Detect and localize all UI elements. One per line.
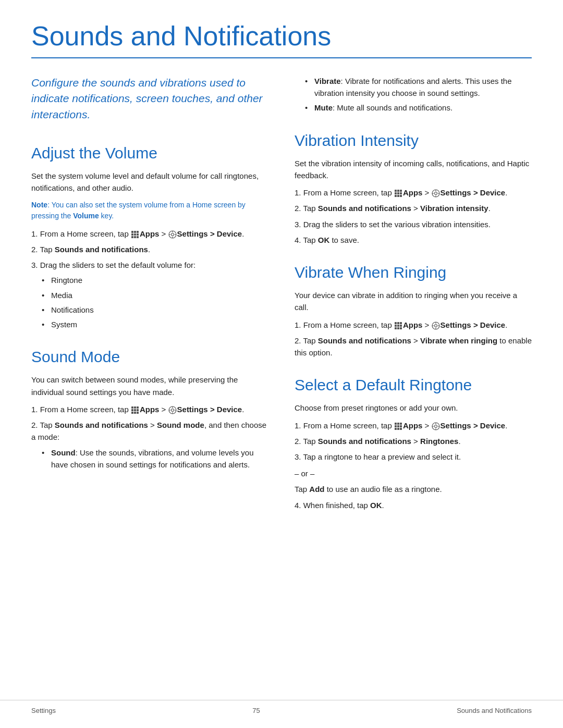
settings-bold-2: Settings [177,405,208,414]
ok-bold: OK [318,236,330,244]
svg-rect-23 [137,412,139,414]
settings-bold: Settings [177,229,208,238]
note-end: key. [99,212,114,220]
vibration-intensity-steps: From a Home screen, tap Apps > Settings … [295,187,532,246]
step-item: Tap Sounds and notifications. [31,243,268,255]
step-item: Tap Sounds and notifications > Sound mod… [31,419,268,471]
svg-rect-19 [134,409,136,411]
device-bold-3: > Device [471,188,505,197]
vibrate-ringing-steps: From a Home screen, tap Apps > Settings … [295,319,532,359]
apps-bold-5: Apps [403,421,423,430]
bullet-ringtone: Ringtone [42,274,268,286]
svg-rect-66 [395,428,397,430]
svg-rect-52 [397,327,399,329]
svg-rect-4 [134,233,136,236]
left-column: Configure the sounds and vibrations used… [31,75,268,517]
svg-rect-38 [400,195,402,197]
sounds-notif-bold-5: Sounds and notifications [318,437,411,446]
apps-bold: Apps [140,229,160,238]
settings-icon-5 [432,422,440,430]
apps-bold-4: Apps [403,320,423,329]
settings-bold-5: Settings [440,421,471,430]
device-bold-2: > Device [208,405,242,414]
svg-rect-15 [131,406,133,409]
vibration-intensity-title: Vibration Intensity [295,129,532,152]
apps-icon [131,230,139,238]
bullet-system: System [42,318,268,330]
svg-rect-16 [134,406,136,409]
svg-rect-7 [134,236,136,238]
volume-bullets: Ringtone Media Notifications System [31,274,268,330]
device-bold-4: > Device [471,320,505,329]
footer-left: Settings [31,706,56,716]
svg-rect-22 [134,412,136,414]
bullet-media: Media [42,289,268,301]
bullet-mute-top: Mute: Mute all sounds and notifications. [305,102,532,114]
svg-rect-62 [400,423,402,425]
step-item: From a Home screen, tap Apps > Settings … [295,187,532,199]
ok-bold-2: OK [370,501,382,510]
two-column-layout: Configure the sounds and vibrations used… [31,75,532,517]
adjust-volume-body: Set the system volume level and default … [31,170,268,194]
svg-rect-0 [131,231,133,233]
step-item: Tap Sounds and notifications > Vibrate w… [295,335,532,359]
page-container: Sounds and Notifications Configure the s… [0,0,563,558]
step-item: From a Home screen, tap Apps > Settings … [295,419,532,431]
sound-mode-bold: Sound mode [157,421,204,429]
select-ringtone-body: Choose from preset ringtones or add your… [295,402,532,414]
step-item: Drag the sliders to set the various vibr… [295,218,532,230]
svg-rect-2 [137,231,139,233]
step-item: Tap a ringtone to hear a preview and sel… [295,451,532,463]
settings-icon [168,230,177,238]
svg-rect-8 [137,236,139,238]
device-bold: > Device [208,229,242,238]
svg-rect-49 [397,325,399,327]
svg-rect-45 [395,322,397,324]
svg-rect-50 [400,325,402,327]
step-item: From a Home screen, tap Apps > Settings … [31,403,268,415]
right-column: Vibrate: Vibrate for notifications and a… [295,75,532,517]
apps-bold-3: Apps [403,188,423,197]
svg-rect-32 [400,190,402,192]
page-footer: Settings 75 Sounds and Notifications [0,700,563,716]
svg-rect-64 [397,425,399,427]
svg-rect-17 [137,406,139,409]
ringtones-bold: Ringtones [420,437,458,446]
mute-bold: Mute [314,103,333,112]
svg-rect-21 [131,412,133,414]
settings-icon-3 [432,189,440,197]
vibration-intensity-body: Set the vibration intensity of incoming … [295,157,532,182]
svg-point-25 [171,409,174,411]
sounds-notif-bold-4: Sounds and notifications [318,336,411,345]
step-item: Drag the sliders to set the default volu… [31,259,268,330]
svg-point-10 [171,233,174,236]
svg-rect-68 [400,428,402,430]
svg-rect-1 [134,231,136,233]
sound-mode-title: Sound Mode [31,345,268,368]
settings-icon-2 [168,405,177,414]
note-label: Note [31,201,47,209]
select-ringtone-title: Select a Default Ringtone [295,373,532,397]
settings-bold-4: Settings [440,320,471,329]
apps-icon-3 [394,189,402,197]
title-divider [31,57,532,58]
svg-point-70 [434,425,437,427]
step-item: Tap Sounds and notifications > Ringtones… [295,435,532,447]
apps-icon-2 [131,405,139,414]
footer-right: Sounds and Notifications [457,706,532,716]
svg-rect-6 [131,236,133,238]
adjust-volume-note: Note: You can also set the system volume… [31,200,268,221]
settings-bold-3: Settings [440,188,471,197]
step-item: From a Home screen, tap Apps > Settings … [31,228,268,240]
svg-rect-30 [395,190,397,192]
apps-icon-4 [394,321,402,329]
select-ringtone-steps: From a Home screen, tap Apps > Settings … [295,419,532,463]
svg-point-40 [434,192,437,195]
sound-bold: Sound [51,448,76,457]
svg-rect-60 [395,423,397,425]
ringtone-final-step: When finished, tap OK. [295,499,532,511]
svg-point-55 [434,324,437,327]
step-item: When finished, tap OK. [295,499,532,511]
svg-rect-5 [137,233,139,236]
svg-rect-46 [397,322,399,324]
